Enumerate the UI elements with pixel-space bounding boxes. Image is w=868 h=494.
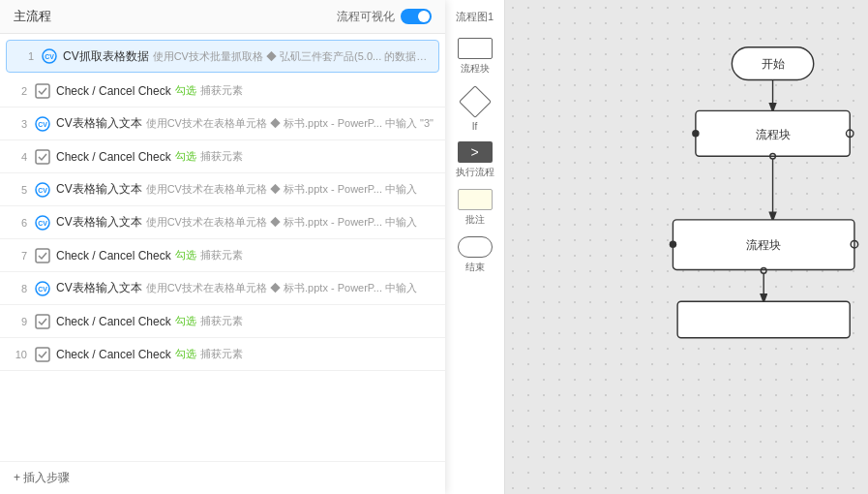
step-content: Check / Cancel Check 勾选 捕获元素	[56, 347, 435, 361]
step-desc: 使用CV技术在表格单元格 ◆ 标书.pptx - PowerP... 中输入	[146, 182, 435, 197]
step-desc: 使用CV技术在表格单元格 ◆ 标书.pptx - PowerP... 中输入	[146, 281, 435, 295]
step-content: Check / Cancel Check 勾选 捕获元素	[56, 248, 435, 262]
svg-rect-14	[36, 348, 49, 361]
step-name: CV抓取表格数据	[63, 48, 149, 65]
table-row[interactable]: 2 Check / Cancel Check 勾选 捕获元素	[0, 75, 445, 108]
header: 主流程 流程可视化	[0, 0, 445, 34]
cv-icon: CV	[35, 116, 50, 132]
step-content: CV表格输入文本 使用CV技术在表格单元格 ◆ 标书.pptx - PowerP…	[56, 181, 435, 198]
table-row[interactable]: 10 Check / Cancel Check 勾选 捕获元素	[0, 338, 445, 371]
step-num: 8	[10, 283, 27, 294]
table-row[interactable]: 5 CV CV表格输入文本 使用CV技术在表格单元格 ◆ 标书.pptx - P…	[0, 173, 445, 206]
svg-text:CV: CV	[38, 187, 47, 194]
left-panel: 主流程 流程可视化 1 CV CV抓取表格数据 使用CV技术批量抓取格 ◆ 弘矶…	[0, 0, 445, 494]
flow-visible-label: 流程可视化	[337, 9, 395, 25]
svg-text:流程块: 流程块	[756, 128, 791, 141]
step-num: 3	[10, 118, 27, 130]
check-icon	[35, 149, 50, 165]
flow-shape-end[interactable]: 结束	[458, 236, 493, 274]
note-shape-label: 批注	[465, 213, 485, 227]
table-row[interactable]: 1 CV CV抓取表格数据 使用CV技术批量抓取格 ◆ 弘矶三件套产品(5.0.…	[6, 40, 439, 73]
flow-diagram-svg: 开始 流程块 流程块	[505, 0, 868, 494]
step-desc: 使用CV技术在表格单元格 ◆ 标书.pptx - PowerP... 中输入 "…	[146, 116, 435, 131]
svg-rect-5	[36, 150, 49, 164]
insert-step-label: + 插入步骤	[14, 470, 70, 486]
step-content: Check / Cancel Check 勾选 捕获元素	[56, 314, 435, 328]
step-num: 9	[10, 316, 27, 327]
step-num: 7	[10, 250, 27, 262]
step-name: CV表格输入文本	[56, 181, 142, 198]
cv-icon: CV	[35, 215, 50, 231]
flow-visible-toggle[interactable]	[401, 9, 432, 24]
flow-shape-rect[interactable]: 流程块	[458, 38, 493, 76]
step-desc: 使用CV技术批量抓取格 ◆ 弘矶三件套产品(5.0... 的数据，并输出至 →	[153, 49, 429, 64]
step-tag-check[interactable]: 勾选	[175, 149, 196, 164]
flow-shape-note[interactable]: 批注	[458, 189, 493, 227]
table-row[interactable]: 7 Check / Cancel Check 勾选 捕获元素	[0, 239, 445, 272]
insert-step-button[interactable]: + 插入步骤	[0, 461, 445, 494]
step-content: CV表格输入文本 使用CV技术在表格单元格 ◆ 标书.pptx - PowerP…	[56, 115, 435, 132]
note-shape-icon	[458, 189, 493, 210]
flow-shape-palette: 流程图1 流程块 If 执行流程 批注 结束	[445, 0, 505, 494]
step-name: Check / Cancel Check	[56, 84, 171, 98]
step-name: Check / Cancel Check	[56, 249, 171, 262]
step-desc: 捕获元素	[200, 347, 435, 361]
step-content: CV表格输入文本 使用CV技术在表格单元格 ◆ 标书.pptx - PowerP…	[56, 280, 435, 296]
diamond-shape-label: If	[472, 121, 478, 132]
step-num: 2	[10, 85, 27, 97]
step-name: CV表格输入文本	[56, 280, 142, 296]
steps-list: 1 CV CV抓取表格数据 使用CV技术批量抓取格 ◆ 弘矶三件套产品(5.0.…	[0, 34, 445, 461]
svg-text:开始: 开始	[762, 57, 785, 71]
step-num: 6	[10, 217, 27, 229]
diamond-shape-icon	[459, 85, 492, 118]
step-num: 5	[10, 184, 27, 196]
step-content: CV抓取表格数据 使用CV技术批量抓取格 ◆ 弘矶三件套产品(5.0... 的数…	[63, 48, 429, 65]
step-name: Check / Cancel Check	[56, 348, 171, 361]
step-num: 4	[10, 151, 27, 163]
svg-point-26	[670, 240, 677, 248]
flowchart-title: 流程图1	[456, 10, 494, 24]
svg-text:CV: CV	[38, 220, 47, 227]
step-desc: 捕获元素	[200, 83, 435, 98]
step-desc: 使用CV技术在表格单元格 ◆ 标书.pptx - PowerP... 中输入	[146, 215, 435, 230]
table-row[interactable]: 8 CV CV表格输入文本 使用CV技术在表格单元格 ◆ 标书.pptx - P…	[0, 272, 445, 305]
svg-text:流程块: 流程块	[746, 238, 781, 252]
exec-shape-icon	[458, 141, 493, 163]
step-name: Check / Cancel Check	[56, 150, 171, 164]
svg-rect-13	[36, 315, 49, 328]
svg-text:CV: CV	[38, 286, 47, 293]
flow-shape-diamond[interactable]: If	[459, 85, 492, 132]
step-name: CV表格输入文本	[56, 214, 142, 231]
step-tag-check[interactable]: 勾选	[175, 347, 196, 361]
svg-point-20	[692, 130, 700, 138]
table-row[interactable]: 3 CV CV表格输入文本 使用CV技术在表格单元格 ◆ 标书.pptx - P…	[0, 108, 445, 140]
table-row[interactable]: 6 CV CV表格输入文本 使用CV技术在表格单元格 ◆ 标书.pptx - P…	[0, 206, 445, 239]
step-content: CV表格输入文本 使用CV技术在表格单元格 ◆ 标书.pptx - PowerP…	[56, 214, 435, 231]
step-tag-check[interactable]: 勾选	[175, 248, 196, 262]
check-icon	[35, 83, 50, 99]
svg-rect-2	[36, 84, 49, 98]
step-content: Check / Cancel Check 勾选 捕获元素	[56, 149, 435, 164]
flow-shape-exec[interactable]: 执行流程	[456, 141, 494, 179]
main-flow-title: 主流程	[14, 8, 51, 25]
flow-canvas[interactable]: 开始 流程块 流程块	[505, 0, 868, 494]
table-row[interactable]: 9 Check / Cancel Check 勾选 捕获元素	[0, 305, 445, 338]
cv-icon: CV	[35, 281, 50, 296]
step-tag-check[interactable]: 勾选	[175, 314, 196, 328]
step-desc: 捕获元素	[200, 314, 435, 328]
step-num: 10	[10, 349, 27, 360]
svg-rect-30	[677, 301, 850, 338]
step-num: 1	[16, 50, 34, 62]
check-icon	[35, 248, 50, 263]
svg-text:CV: CV	[45, 53, 54, 60]
exec-shape-label: 执行流程	[456, 166, 494, 179]
svg-text:CV: CV	[38, 121, 47, 128]
table-row[interactable]: 4 Check / Cancel Check 勾选 捕获元素	[0, 140, 445, 173]
step-name: Check / Cancel Check	[56, 315, 171, 328]
right-panel: 流程图1 流程块 If 执行流程 批注 结束 开始	[445, 0, 868, 494]
check-icon	[35, 347, 50, 362]
step-desc: 捕获元素	[200, 248, 435, 262]
step-tag-check[interactable]: 勾选	[175, 83, 196, 98]
cv-icon: CV	[42, 48, 57, 64]
rect-shape-label: 流程块	[461, 62, 490, 76]
